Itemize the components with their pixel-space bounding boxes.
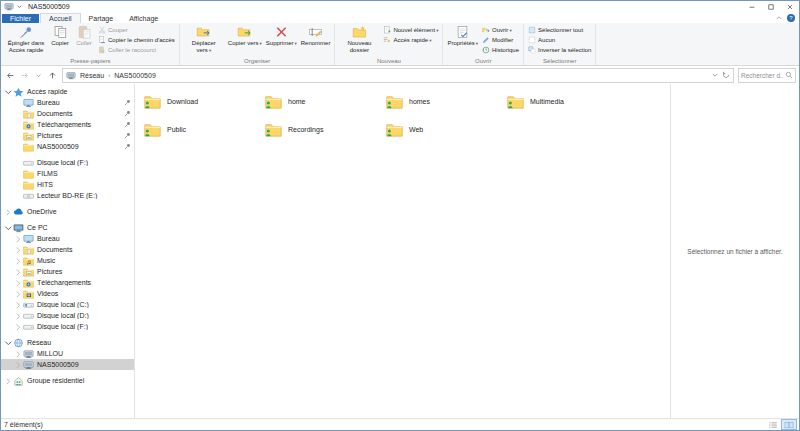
file-tile-recordings[interactable]: Recordings <box>264 118 380 140</box>
titlebar[interactable]: NAS5000509 <box>1 1 799 12</box>
tab-fichier[interactable]: Fichier <box>2 14 39 23</box>
chevron-collapsed-icon[interactable] <box>4 377 12 385</box>
paste-shortcut-icon <box>98 46 106 54</box>
nouveau-dossier-button[interactable]: Nouveau dossier <box>337 24 381 54</box>
sidebar-item-groupe-residentiel[interactable]: Groupe résidentiel <box>1 375 134 386</box>
aucun-button[interactable]: Aucun <box>526 35 593 45</box>
selectionner-tout-button[interactable]: Sélectionner tout <box>526 25 593 35</box>
homegroup-icon <box>13 376 24 386</box>
file-tile-web[interactable]: Web <box>385 118 501 140</box>
maximize-button[interactable] <box>761 1 780 12</box>
chevron-expanded-icon[interactable] <box>4 339 12 347</box>
breadcrumb-reseau[interactable]: Réseau <box>78 72 106 79</box>
ribbon-group-label: Organiser <box>182 57 333 65</box>
sidebar-item-onedrive[interactable]: OneDrive <box>1 206 134 217</box>
sidebar-item-documents[interactable]: Documents <box>1 108 134 119</box>
file-tile-multimedia[interactable]: Multimedia <box>506 90 622 112</box>
sidebar-item-bureau[interactable]: Bureau <box>1 97 134 108</box>
tab-affichage[interactable]: Affichage <box>121 14 166 23</box>
chevron-collapsed-icon[interactable] <box>14 279 22 287</box>
file-tile-home[interactable]: home <box>264 90 380 112</box>
copy-to-icon <box>237 25 252 39</box>
sidebar-item-nas5000509[interactable]: NAS5000509 <box>1 359 134 370</box>
chevron-collapsed-icon[interactable] <box>14 235 22 243</box>
copy-icon <box>53 25 68 39</box>
sidebar-item-pictures[interactable]: Pictures <box>1 130 134 141</box>
thumbnails-view-button[interactable] <box>782 420 796 429</box>
supprimer-button[interactable]: Supprimer▾ <box>264 24 299 48</box>
chevron-collapsed-icon[interactable] <box>14 290 22 298</box>
acces-rapide-button[interactable]: Accès rapide▾ <box>381 35 440 45</box>
help-icon[interactable]: ? <box>787 14 795 22</box>
coller-button[interactable]: Coller <box>72 24 96 48</box>
sidebar-item-videos[interactable]: Videos <box>1 288 134 299</box>
chevron-collapsed-icon[interactable] <box>14 323 22 331</box>
deplacer-vers-button[interactable]: Déplacer vers▾ <box>182 24 226 55</box>
historique-button[interactable]: Historique <box>480 45 521 55</box>
chevron-expanded-icon[interactable] <box>4 224 12 232</box>
sidebar-item-reseau[interactable]: Réseau <box>1 337 134 348</box>
file-tile-download[interactable]: Download <box>143 90 259 112</box>
sidebar-item-disque-local-f[interactable]: Disque local (F:) <box>1 321 134 332</box>
chevron-collapsed-icon[interactable] <box>14 246 22 254</box>
chevron-collapsed-icon[interactable] <box>14 361 22 369</box>
close-button[interactable] <box>780 1 799 12</box>
forward-button[interactable] <box>18 69 31 81</box>
sidebar-item-pictures[interactable]: Pictures <box>1 266 134 277</box>
minimize-button[interactable] <box>742 1 761 12</box>
copier-vers-button[interactable]: Copier vers▾ <box>226 24 264 48</box>
details-view-button[interactable] <box>766 420 780 429</box>
copier-button[interactable]: Copier <box>48 24 72 48</box>
sidebar-item-films[interactable]: FILMS <box>1 168 134 179</box>
chevron-collapsed-icon[interactable] <box>4 208 12 216</box>
chevron-collapsed-icon[interactable] <box>14 312 22 320</box>
chevron-collapsed-icon[interactable] <box>14 301 22 309</box>
sidebar-item-lecteur-bd-re-e[interactable]: Lecteur BD-RE (E:) <box>1 190 134 201</box>
sidebar-item-ce-pc[interactable]: Ce PC <box>1 222 134 233</box>
coller-le-raccourci-button[interactable]: Coller le raccourci <box>96 45 177 55</box>
epingler-dans-acces-rapide-button[interactable]: Épingler dans Accès rapide <box>4 24 48 54</box>
chevron-collapsed-icon[interactable] <box>14 350 22 358</box>
sidebar-item-bureau[interactable]: Bureau <box>1 233 134 244</box>
recent-locations-button[interactable] <box>32 69 45 81</box>
address-bar[interactable]: Réseau › NAS5000509 <box>62 68 734 83</box>
sidebar-item-nas5000509[interactable]: NAS5000509 <box>1 141 134 152</box>
refresh-icon[interactable] <box>722 71 730 79</box>
sidebar-item-music[interactable]: Music <box>1 255 134 266</box>
chevron-collapsed-icon[interactable] <box>14 268 22 276</box>
sidebar-item-disque-local-c[interactable]: Disque local (C:) <box>1 299 134 310</box>
sidebar-item-telechargements[interactable]: Téléchargements <box>1 119 134 130</box>
sidebar-item-hits[interactable]: HITS <box>1 179 134 190</box>
sidebar-item-documents[interactable]: Documents <box>1 244 134 255</box>
sidebar-item-telechargements[interactable]: Téléchargements <box>1 277 134 288</box>
nouvel-element-button[interactable]: Nouvel élément▾ <box>381 25 440 35</box>
chevron-expanded-icon[interactable] <box>4 88 12 96</box>
tab-partage[interactable]: Partage <box>81 14 122 23</box>
address-dropdown-icon[interactable] <box>711 71 719 79</box>
sidebar-item-disque-local-f[interactable]: Disque local (F:) <box>1 157 134 168</box>
breadcrumb-nas5000509[interactable]: NAS5000509 <box>112 72 158 79</box>
this-pc-icon <box>13 223 24 233</box>
search-input[interactable]: Rechercher d... <box>738 68 796 83</box>
inverser-la-selection-button[interactable]: Inverser la sélection <box>526 45 593 55</box>
sidebar-item-millou[interactable]: MILLOU <box>1 348 134 359</box>
ribbon-collapse-icon[interactable] <box>775 14 783 22</box>
sidebar-item-disque-local-d[interactable]: Disque local (D:) <box>1 310 134 321</box>
chevron-collapsed-icon[interactable] <box>14 257 22 265</box>
quick-access-toolbar-customize-icon[interactable] <box>16 3 23 10</box>
up-button[interactable] <box>46 69 59 81</box>
couper-button[interactable]: Couper <box>96 25 177 35</box>
modifier-button[interactable]: Modifier <box>480 35 521 45</box>
tab-accueil[interactable]: Accueil <box>40 13 81 23</box>
file-list-pane[interactable]: DownloadhomehomesMultimediaPublicRecordi… <box>135 84 670 418</box>
sidebar-item-acces-rapide[interactable]: Accès rapide <box>1 86 134 97</box>
file-tile-homes[interactable]: homes <box>385 90 501 112</box>
renommer-button[interactable]: Renommer <box>299 24 333 48</box>
search-icon[interactable] <box>785 71 793 79</box>
copier-le-chemin-d-acces-button[interactable]: Copier le chemin d'accès <box>96 35 177 45</box>
back-button[interactable] <box>4 69 17 81</box>
ouvrir-button[interactable]: Ouvrir▾ <box>480 25 521 35</box>
proprietes-button[interactable]: Propriétés▾ <box>445 24 480 48</box>
file-tile-public[interactable]: Public <box>143 118 259 140</box>
new-folder-icon <box>352 25 367 39</box>
